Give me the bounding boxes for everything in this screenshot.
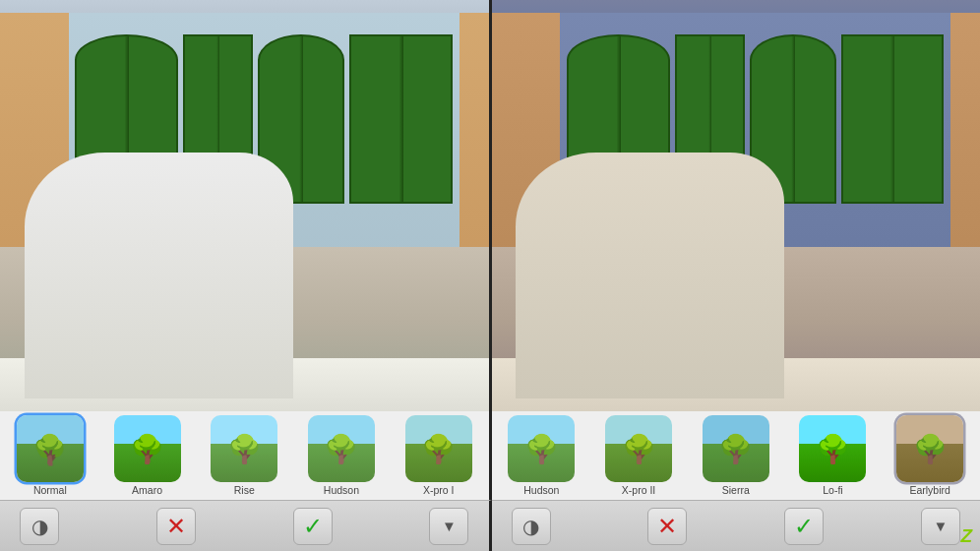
filter-rise[interactable]: 🌳 Rise [196, 415, 292, 496]
left-contrast-btn[interactable]: ◑ [20, 508, 59, 545]
filter-normal[interactable]: 🌳 Normal [2, 415, 98, 496]
filter-amaro-label: Amaro [132, 484, 162, 496]
right-filter-lofi-label: Lo-fi [823, 484, 842, 496]
left-filter-strip: 🌳 Normal 🌳 Amaro 🌳 Rise [0, 411, 489, 500]
left-photo: NT CARIRI [0, 0, 489, 411]
right-filter-strip: 🌳 Hudson 🌳 X-pro II 🌳 Sierra [492, 411, 981, 500]
right-filter-earlybird[interactable]: 🌳 Earlybird [882, 415, 978, 496]
filter-normal-label: Normal [33, 484, 67, 496]
right-contrast-btn[interactable]: ◑ [512, 508, 551, 545]
right-filter-hudson-label: Hudson [523, 484, 559, 496]
right-filter-earlybird-label: Earlybird [909, 484, 949, 496]
right-panel: NT CARIRI 🌳 Hudson 🌳 [492, 0, 981, 500]
left-toolbar: ◑ ✕ ✓ ▼ [0, 500, 492, 551]
filter-hudson[interactable]: 🌳 Hudson [293, 415, 390, 496]
right-dropdown-btn[interactable]: ▼ [921, 508, 960, 545]
filter-xpro[interactable]: 🌳 X-pro I [391, 415, 487, 496]
filter-xpro-label: X-pro I [423, 484, 455, 496]
filter-rise-label: Rise [234, 484, 255, 496]
zenfone-logo: Z [960, 526, 972, 545]
right-filter-hudson[interactable]: 🌳 Hudson [494, 415, 590, 496]
right-toolbar: ◑ ✕ ✓ ▼ Z [492, 500, 981, 551]
filter-hudson-label: Hudson [324, 484, 359, 496]
left-confirm-btn[interactable]: ✓ [293, 508, 333, 545]
left-cancel-btn[interactable]: ✕ [156, 508, 196, 545]
right-photo: NT CARIRI [492, 0, 981, 411]
right-filter-xpro2-label: X-pro II [622, 484, 655, 496]
filter-amaro[interactable]: 🌳 Amaro [99, 415, 196, 496]
right-cancel-btn[interactable]: ✕ [647, 508, 687, 545]
right-filter-xpro2[interactable]: 🌳 X-pro II [590, 415, 687, 496]
right-confirm-btn[interactable]: ✓ [784, 508, 824, 545]
left-dropdown-btn[interactable]: ▼ [429, 508, 468, 545]
left-panel: NT CARIRI 🌳 Normal 🌳 [0, 0, 492, 500]
right-filter-lofi[interactable]: 🌳 Lo-fi [785, 415, 882, 496]
right-filter-sierra-label: Sierra [722, 484, 750, 496]
right-filter-sierra[interactable]: 🌳 Sierra [688, 415, 784, 496]
